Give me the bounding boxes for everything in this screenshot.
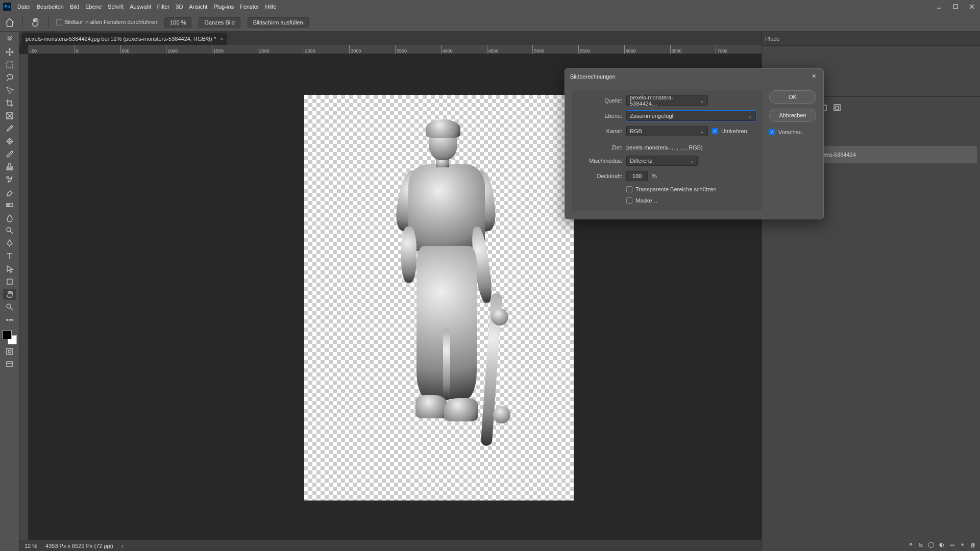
svg-point-29 [9,319,10,321]
opacity-input[interactable]: 100 [626,171,648,181]
mask-checkbox[interactable]: Maske… [626,197,657,204]
gradient-tool-icon[interactable] [3,199,16,211]
svg-point-18 [7,177,9,179]
canvas-image [373,114,505,482]
channel-label: Kanal: [578,128,622,134]
fx-icon[interactable]: fx [918,542,923,548]
preserve-transparency-checkbox[interactable]: Transparente Bereiche schützen [626,186,717,192]
ruler-tick: 1500 [212,45,258,54]
pen-tool-icon[interactable] [3,238,16,249]
menu-view[interactable]: Ansicht [189,4,207,10]
cancel-button[interactable]: Abbrechen [769,109,816,122]
zoom-100-button[interactable]: 100 % [164,17,191,28]
svg-point-32 [8,350,11,353]
svg-rect-1 [953,5,958,9]
document-tab[interactable]: pexels-monstera-5384424.jpg bei 12% (pex… [21,33,227,45]
channel-select[interactable]: RGB⌄ [626,126,708,136]
window-maximize-icon[interactable] [950,3,961,10]
history-brush-icon[interactable] [3,174,16,185]
close-icon[interactable]: × [220,36,223,42]
menu-image[interactable]: Bild [70,4,79,10]
edit-toolbar-icon[interactable] [3,314,16,325]
source-select[interactable]: pexels-monstera-5384424…⌄ [626,95,708,106]
window-minimize-icon[interactable] [934,3,944,10]
hand-tool-icon[interactable] [30,17,41,28]
menu-file[interactable]: Datei [17,4,31,10]
source-label: Quelle: [578,97,622,104]
dodge-tool-icon[interactable] [3,225,16,236]
ruler-horizontal: -50 0 500 1000 1500 2000 2500 3000 3500 … [29,45,762,54]
color-swatches[interactable] [3,330,17,344]
svg-point-28 [6,319,8,321]
layer-select[interactable]: Zusammengefügt⌄ [626,111,756,121]
ruler-tick: 3000 [349,45,395,54]
crop-tool-icon[interactable] [3,97,16,109]
invert-checkbox[interactable]: Umkehren [712,128,747,134]
brush-tool-icon[interactable] [3,148,16,160]
ok-button[interactable]: OK [769,90,816,104]
svg-point-26 [7,304,11,308]
tools-panel [0,32,19,551]
hand-tool-icon[interactable] [3,289,16,300]
type-tool-icon[interactable] [3,251,16,262]
target-label: Ziel: [578,144,622,151]
menu-select[interactable]: Auswahl [130,4,151,10]
folder-icon[interactable]: ▭ [949,541,954,548]
opacity-label: Deckkraft: [578,173,622,179]
stamp-tool-icon[interactable] [3,161,16,172]
quickmask-icon[interactable] [3,346,16,357]
filter-smart-icon[interactable] [832,103,842,112]
menu-type[interactable]: Schrift [108,4,124,10]
svg-rect-39 [834,105,840,111]
preview-label: Vorschau [778,129,802,135]
menu-filter[interactable]: Filter [157,4,169,10]
ruler-tick: 5000 [532,45,578,54]
blur-tool-icon[interactable] [3,212,16,223]
scroll-all-checkbox[interactable]: Bildlauf in allen Fenstern durchführen [56,19,157,26]
link-icon[interactable]: ⚭ [909,541,913,548]
menu-window[interactable]: Fenster [240,4,259,10]
marquee-tool-icon[interactable] [3,59,16,70]
screenmode-icon[interactable] [3,359,16,370]
eraser-tool-icon[interactable] [3,187,16,198]
quick-select-tool-icon[interactable] [3,85,16,96]
menu-help[interactable]: Hilfe [265,4,276,10]
adjustment-icon[interactable]: ◐ [939,541,944,548]
move-tool-icon[interactable] [3,46,16,58]
preview-checkbox[interactable]: Vorschau [769,129,816,135]
new-layer-icon[interactable]: ＋ [960,541,965,548]
ruler-tick: 7000 [716,45,762,54]
svg-line-27 [10,308,13,310]
collapse-icon[interactable] [3,34,16,45]
window-close-icon[interactable] [967,3,977,10]
status-docinfo: 4353 Px x 6529 Px (72 ppi) [45,543,113,549]
healing-tool-icon[interactable] [3,136,16,147]
ruler-tick: 6000 [624,45,670,54]
fit-image-button[interactable]: Ganzes Bild [199,17,240,28]
status-zoom[interactable]: 12 % [24,543,37,549]
fill-screen-button[interactable]: Bildschirm ausfüllen [248,17,309,28]
dialog-close-icon[interactable]: ✕ [809,72,818,81]
menu-layer[interactable]: Ebene [85,4,102,10]
mask-icon[interactable]: ◯ [928,541,934,548]
menu-edit[interactable]: Bearbeiten [37,4,64,10]
ruler-tick: 4000 [441,45,487,54]
chevron-right-icon[interactable]: › [121,543,124,549]
shape-tool-icon[interactable] [3,276,16,287]
path-select-icon[interactable] [3,263,16,274]
menu-plugins[interactable]: Plug-ins [213,4,234,10]
foreground-color-swatch[interactable] [3,330,12,339]
tab-paths[interactable]: Pfade [765,36,780,42]
zoom-tool-icon[interactable] [3,302,16,313]
eyedropper-tool-icon[interactable] [3,123,16,134]
trash-icon[interactable]: 🗑 [970,542,976,548]
scroll-all-label: Bildlauf in allen Fenstern durchführen [64,19,157,25]
svg-point-30 [11,319,13,321]
lasso-tool-icon[interactable] [3,72,16,83]
home-icon[interactable] [4,17,15,28]
apply-image-dialog: Bildberechnungen ✕ Quelle: pexels-monste… [565,68,824,219]
mask-label: Maske… [635,197,657,204]
blend-select[interactable]: Differenz⌄ [626,156,698,166]
menu-3d[interactable]: 3D [176,4,183,10]
frame-tool-icon[interactable] [3,110,16,121]
